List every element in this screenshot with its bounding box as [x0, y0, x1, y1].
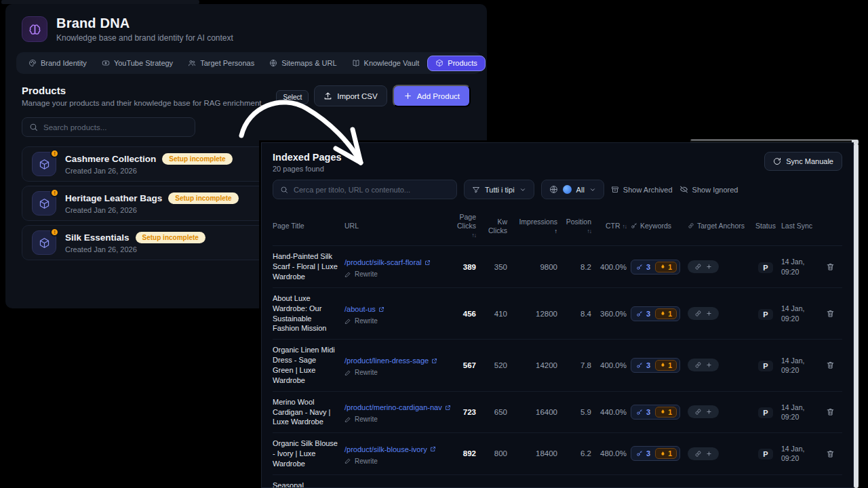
rewrite-button[interactable]: Rewrite	[344, 317, 454, 325]
page-url-link[interactable]: /product/silk-scarf-floral	[344, 258, 431, 266]
kw-clicks-cell: 410	[483, 310, 514, 318]
page-title-cell: Hand-Painted Silk Scarf - Floral | Luxe …	[273, 251, 344, 282]
flame-icon	[660, 310, 666, 317]
col-status[interactable]: Status	[750, 222, 781, 230]
table-body: Hand-Painted Silk Scarf - Floral | Luxe …	[273, 246, 842, 488]
col-kw-clicks[interactable]: Kw Clicks	[483, 218, 514, 235]
page-url-link[interactable]: /product/merino-cardigan-nav	[344, 403, 451, 411]
pages-search[interactable]	[273, 180, 457, 199]
table-row[interactable]: Hand-Painted Silk Scarf - Floral | Luxe …	[273, 246, 842, 288]
package-icon: !	[32, 152, 56, 176]
warning-badge-icon: !	[50, 228, 59, 237]
rewrite-button[interactable]: Rewrite	[344, 458, 454, 465]
import-csv-button[interactable]: Import CSV	[314, 85, 387, 106]
warning-badge-icon: !	[50, 149, 59, 158]
page-url-link[interactable]: /about-us	[344, 305, 384, 313]
table-row[interactable]: Organic Silk Blouse - Ivory | Luxe Wardr…	[273, 433, 842, 475]
delete-button[interactable]	[822, 309, 838, 318]
rewrite-icon	[344, 318, 351, 325]
last-sync-cell: 14 Jan,09:20	[781, 257, 822, 276]
sync-manual-button[interactable]: Sync Manuale	[764, 152, 842, 171]
keywords-badge[interactable]: 3 1	[631, 260, 680, 274]
keywords-badge[interactable]: 3 1	[631, 358, 680, 373]
delete-button[interactable]	[822, 262, 838, 271]
col-position[interactable]: Position ↑↓	[564, 218, 598, 235]
target-anchors-button[interactable]	[688, 359, 719, 371]
setup-incomplete-badge: Setup incomplete	[162, 153, 232, 165]
col-page-title[interactable]: Page Title	[273, 222, 344, 230]
tab-knowledge-vault[interactable]: Knowledge Vault	[345, 55, 427, 71]
sort-asc-icon: ↑	[555, 228, 558, 235]
keywords-badge[interactable]: 3 1	[631, 446, 680, 461]
delete-button[interactable]	[822, 449, 838, 458]
tab-label: Products	[448, 59, 477, 67]
tab-youtube-strategy[interactable]: YouTube Strategy	[95, 55, 180, 71]
table-row[interactable]: Organic Linen Midi Dress - Sage Green | …	[273, 340, 842, 391]
tab-label: YouTube Strategy	[114, 59, 173, 67]
ctr-cell: 480.0%	[598, 449, 631, 458]
vertical-scrollbar[interactable]	[854, 144, 859, 488]
hot-keyword-count: 1	[668, 449, 672, 458]
col-target-anchors[interactable]: Target Anchors	[688, 222, 750, 230]
tab-label: Target Personas	[200, 59, 254, 67]
page-url-link[interactable]: /product/silk-blouse-ivory	[344, 445, 436, 453]
tab-brand-identity[interactable]: Brand Identity	[22, 55, 94, 71]
product-search-input[interactable]	[43, 123, 188, 131]
language-filter-dropdown[interactable]: All	[541, 180, 604, 199]
keywords-badge[interactable]: 3 1	[631, 405, 680, 420]
select-button[interactable]: Select	[276, 90, 309, 104]
col-url[interactable]: URL	[344, 222, 454, 230]
last-sync-cell: 14 Jan,09:20	[781, 356, 822, 375]
page-url-link[interactable]: /product/linen-dress-sage	[344, 357, 437, 365]
add-product-button[interactable]: Add Product	[393, 85, 471, 107]
rewrite-label: Rewrite	[355, 415, 378, 423]
tab-sitemaps-url[interactable]: Sitemaps & URL	[262, 55, 343, 71]
hot-keywords-badge: 1	[655, 262, 677, 272]
sort-icon: ↑↓	[472, 232, 477, 239]
import-csv-label: Import CSV	[337, 92, 377, 100]
key-icon	[636, 362, 643, 369]
pages-search-input[interactable]	[294, 186, 450, 194]
hot-keyword-count: 1	[668, 361, 672, 369]
product-search[interactable]	[22, 117, 195, 137]
link-icon	[688, 222, 694, 229]
show-archived-toggle[interactable]: Show Archived	[611, 186, 673, 194]
target-anchors-button[interactable]	[688, 405, 719, 418]
rewrite-button[interactable]: Rewrite	[344, 415, 454, 423]
col-last-sync[interactable]: Last Sync	[781, 222, 822, 230]
product-created-date: Created Jan 26, 2026	[65, 167, 233, 175]
target-anchors-button[interactable]	[688, 260, 719, 273]
link-icon	[694, 263, 702, 270]
delete-button[interactable]	[822, 407, 838, 416]
show-ignored-toggle[interactable]: Show Ignored	[679, 185, 738, 194]
table-row[interactable]: Merino Wool Cardigan - Navy | Luxe Wardr…	[273, 392, 842, 434]
rewrite-icon	[344, 271, 351, 278]
type-filter-dropdown[interactable]: Tutti i tipi	[464, 180, 534, 199]
col-ctr[interactable]: CTR ↑↓	[598, 222, 631, 230]
tab-target-personas[interactable]: Target Personas	[181, 55, 261, 71]
search-icon	[29, 123, 38, 131]
position-cell: 6.2	[564, 449, 598, 458]
ctr-cell: 360.0%	[598, 310, 631, 318]
col-page-clicks[interactable]: Page Clicks ↑↓	[454, 213, 483, 239]
target-anchors-button[interactable]	[688, 307, 719, 320]
rewrite-button[interactable]: Rewrite	[344, 270, 454, 278]
table-row[interactable]: About Luxe Wardrobe: Our Sustainable Fas…	[273, 288, 842, 340]
sort-icon: ↑↓	[587, 228, 592, 235]
tab-products[interactable]: Products	[427, 56, 485, 71]
rewrite-button[interactable]: Rewrite	[344, 369, 454, 376]
external-link-icon	[430, 446, 436, 452]
col-impressions[interactable]: Impressions ↑	[514, 218, 564, 235]
target-anchors-button[interactable]	[688, 447, 719, 460]
archive-icon	[611, 186, 619, 194]
table-row[interactable]: Seasonal Wardrobe Rotation: Organize Lik…	[273, 475, 842, 488]
col-keywords[interactable]: Keywords	[631, 222, 688, 230]
delete-button[interactable]	[822, 361, 838, 369]
table-header: Page Title URL Page Clicks ↑↓ Kw Clicks …	[273, 206, 842, 246]
plus-icon	[706, 264, 712, 270]
status-badge: P	[758, 309, 772, 320]
external-link-icon	[445, 405, 451, 411]
page-title-cell: Organic Linen Midi Dress - Sage Green | …	[273, 345, 344, 385]
rewrite-label: Rewrite	[355, 458, 378, 465]
keywords-badge[interactable]: 3 1	[631, 306, 680, 321]
